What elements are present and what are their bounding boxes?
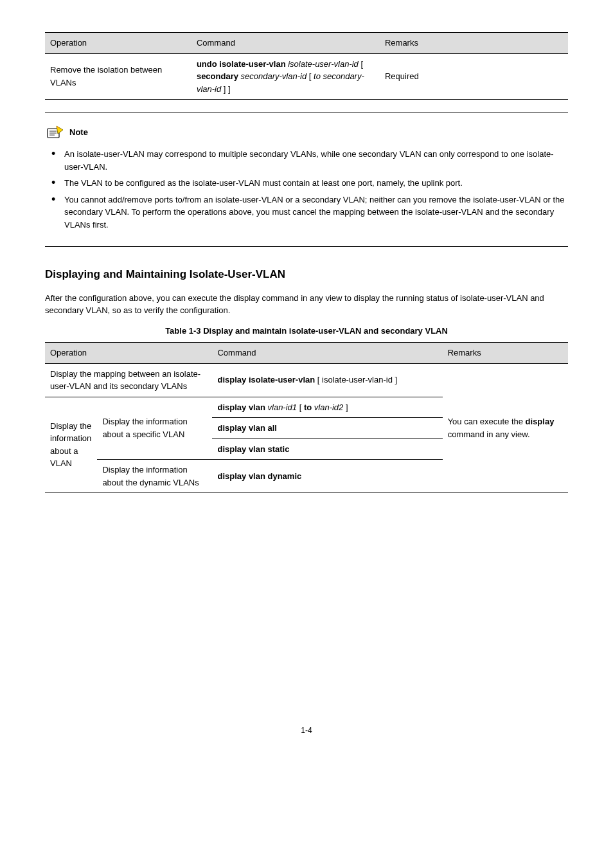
cell-command: display vlan all <box>212 418 442 439</box>
cell-sub-op: Display the information about the dynami… <box>97 460 212 493</box>
table-operation-command-1: Operation Command Remarks Remove the iso… <box>45 32 568 100</box>
body-paragraph: After the configuration above, you can e… <box>45 292 568 317</box>
cell-command: display isolate-user-vlan [ isolate-user… <box>212 363 442 397</box>
th-command: Command <box>191 33 380 54</box>
th-operation: Operation <box>45 343 212 364</box>
cell-sub-op: Display the information about a specific… <box>97 397 212 460</box>
cell-remarks: You can execute the display command in a… <box>443 363 568 493</box>
cell-remarks: Required <box>380 53 568 100</box>
cell-command: display vlan static <box>212 439 442 460</box>
list-item: The VLAN to be configured as the isolate… <box>51 177 568 190</box>
cell-command: display vlan vlan-id1 [ to vlan-id2 ] <box>212 397 442 418</box>
page-number: 1-4 <box>45 725 568 736</box>
th-remarks: Remarks <box>380 33 568 54</box>
th-remarks: Remarks <box>443 343 568 364</box>
th-operation: Operation <box>45 33 191 54</box>
cell-command: undo isolate-user-vlan isolate-user-vlan… <box>191 53 380 100</box>
table-row: Display the mapping between an isolate-u… <box>45 363 568 397</box>
cell-operation: Display the mapping between an isolate-u… <box>45 363 212 397</box>
table-caption: Table 1-3 Display and maintain isolate-u… <box>45 325 568 338</box>
note-list: An isolate-user-VLAN may correspond to m… <box>45 148 568 231</box>
note-block: Note An isolate-user-VLAN may correspond… <box>45 113 568 247</box>
note-header: Note <box>45 125 568 140</box>
list-item: You cannot add/remove ports to/from an i… <box>51 194 568 231</box>
list-item: An isolate-user-VLAN may correspond to m… <box>51 148 568 173</box>
cell-command: display vlan dynamic <box>212 460 442 493</box>
table-row: Remove the isolation between VLANs undo … <box>45 53 568 100</box>
cell-parent-op: Display the information about a VLAN <box>45 397 97 493</box>
section-heading: Displaying and Maintaining Isolate-User-… <box>45 266 568 283</box>
note-icon <box>45 125 66 140</box>
cell-operation: Remove the isolation between VLANs <box>45 53 191 100</box>
table-display-maintain: Operation Command Remarks Display the ma… <box>45 342 568 493</box>
th-command: Command <box>212 343 442 364</box>
note-label: Note <box>69 126 88 139</box>
